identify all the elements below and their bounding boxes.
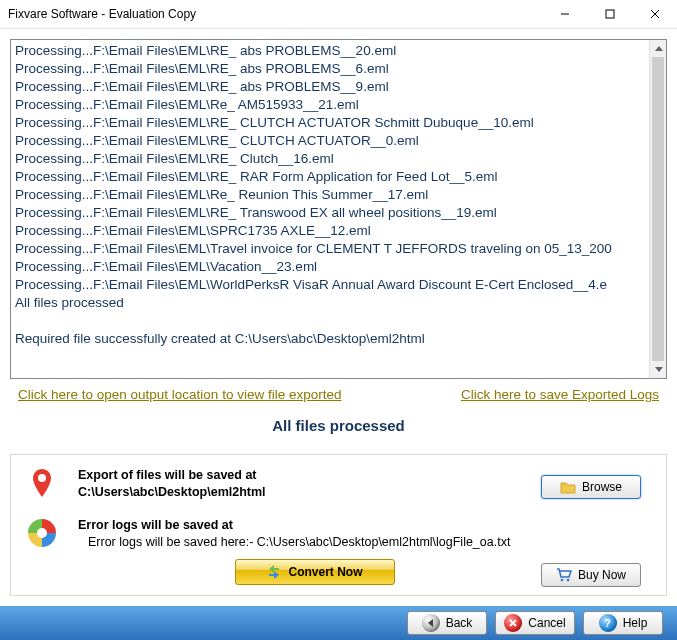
processing-log-text[interactable]: Processing...F:\Email Files\EML\RE_ abs … xyxy=(11,40,649,378)
svg-point-8 xyxy=(561,579,564,582)
log-scrollbar[interactable] xyxy=(649,40,666,378)
help-label: Help xyxy=(623,616,648,630)
error-row: Error logs will be saved at Error logs w… xyxy=(26,517,651,557)
open-output-link[interactable]: Click here to open output location to vi… xyxy=(18,387,341,402)
cart-icon xyxy=(556,567,572,583)
window-maximize-button[interactable] xyxy=(587,0,632,29)
svg-point-9 xyxy=(567,579,570,582)
folder-icon xyxy=(560,479,576,495)
status-heading: All files processed xyxy=(0,417,677,434)
scroll-down-arrow-icon[interactable] xyxy=(650,361,667,378)
svg-rect-1 xyxy=(606,10,614,18)
buy-now-button[interactable]: Buy Now xyxy=(541,563,641,587)
window-minimize-button[interactable] xyxy=(542,0,587,29)
back-label: Back xyxy=(446,616,473,630)
convert-row: Convert Now Buy Now xyxy=(11,559,666,587)
scroll-thumb[interactable] xyxy=(652,57,664,361)
browse-button[interactable]: Browse xyxy=(541,475,641,499)
cancel-button[interactable]: Cancel xyxy=(495,611,575,635)
export-text: Export of files will be saved at C:\User… xyxy=(78,467,521,501)
svg-marker-5 xyxy=(655,367,663,372)
browse-label: Browse xyxy=(582,480,622,494)
convert-label: Convert Now xyxy=(288,565,362,579)
cancel-x-icon xyxy=(504,614,522,632)
client-area: Processing...F:\Email Files\EML\RE_ abs … xyxy=(0,29,677,640)
svg-marker-4 xyxy=(655,46,663,51)
cancel-label: Cancel xyxy=(528,616,565,630)
links-row: Click here to open output location to vi… xyxy=(10,387,667,407)
svg-marker-10 xyxy=(428,619,433,627)
error-path: Error logs will be saved here:- C:\Users… xyxy=(78,534,521,551)
back-button[interactable]: Back xyxy=(407,611,487,635)
pie-chart-icon xyxy=(26,517,58,549)
help-question-icon: ? xyxy=(599,614,617,632)
save-logs-link[interactable]: Click here to save Exported Logs xyxy=(461,387,659,402)
window-title: Fixvare Software - Evaluation Copy xyxy=(8,7,542,21)
window-close-button[interactable] xyxy=(632,0,677,29)
export-path: C:\Users\abc\Desktop\eml2html xyxy=(78,484,521,501)
back-arrow-icon xyxy=(422,614,440,632)
location-pin-icon xyxy=(26,467,58,499)
scroll-up-arrow-icon[interactable] xyxy=(650,40,667,57)
bottom-panel: Export of files will be saved at C:\User… xyxy=(10,454,667,596)
processing-log: Processing...F:\Email Files\EML\RE_ abs … xyxy=(10,39,667,379)
window-titlebar: Fixvare Software - Evaluation Copy xyxy=(0,0,677,29)
help-button[interactable]: ? Help xyxy=(583,611,663,635)
convert-icon xyxy=(266,564,282,580)
svg-point-6 xyxy=(38,474,46,482)
footer-bar: Back Cancel ? Help xyxy=(0,606,677,640)
convert-now-button[interactable]: Convert Now xyxy=(235,559,395,585)
buy-now-label: Buy Now xyxy=(578,568,626,582)
svg-point-7 xyxy=(37,528,47,538)
error-text: Error logs will be saved at Error logs w… xyxy=(78,517,521,551)
error-label: Error logs will be saved at xyxy=(78,518,233,532)
export-label: Export of files will be saved at xyxy=(78,468,257,482)
